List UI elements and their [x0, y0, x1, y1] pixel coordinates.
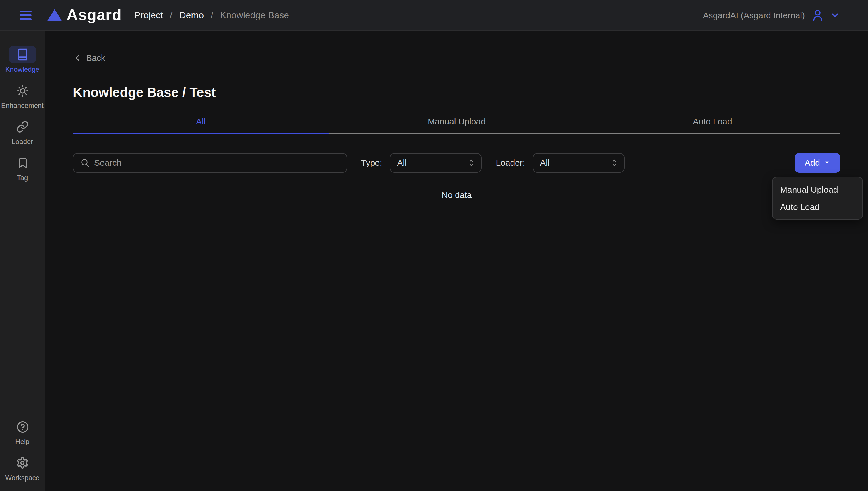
select-arrows-icon	[610, 158, 618, 167]
chevron-left-icon	[73, 53, 82, 62]
menu-item-manual-upload[interactable]: Manual Upload	[773, 181, 862, 198]
tab-bar: All Manual Upload Auto Load	[73, 116, 840, 134]
tab-manual-upload[interactable]: Manual Upload	[329, 116, 585, 134]
header-user-area[interactable]: AsgardAI (Asgard Internal)	[703, 9, 839, 22]
loader-filter-label: Loader:	[496, 158, 525, 168]
sidebar-nav: Knowledge Enhancement	[0, 31, 45, 491]
breadcrumb-project[interactable]: Project	[134, 10, 163, 20]
sidebar-item-workspace[interactable]: Workspace	[0, 454, 45, 482]
menu-item-auto-load[interactable]: Auto Load	[773, 198, 862, 215]
help-circle-icon	[16, 420, 29, 433]
back-button[interactable]: Back	[73, 53, 105, 62]
page-title: Knowledge Base / Test	[73, 85, 840, 100]
empty-state-text: No data	[73, 190, 840, 199]
breadcrumb-separator: /	[211, 10, 213, 20]
select-arrows-icon	[467, 158, 475, 167]
logo-triangle-icon	[47, 9, 62, 21]
asgard-logo[interactable]: Asgard	[47, 6, 122, 24]
type-select[interactable]: All	[389, 153, 481, 172]
sidebar-item-enhancement[interactable]: Enhancement	[0, 82, 45, 110]
user-avatar-icon[interactable]	[811, 9, 824, 22]
add-button-label: Add	[805, 158, 820, 168]
breadcrumb-knowledge-base: Knowledge Base	[220, 10, 289, 20]
main-content: Back Knowledge Base / Test All Manual Up…	[45, 31, 868, 491]
add-button[interactable]: Add	[794, 153, 840, 172]
type-select-value: All	[397, 158, 467, 168]
breadcrumb-separator: /	[170, 10, 172, 20]
logo-text: Asgard	[66, 6, 122, 24]
sidebar-item-label: Enhancement	[1, 102, 44, 110]
sidebar-item-loader[interactable]: Loader	[0, 118, 45, 146]
sidebar-item-help[interactable]: Help	[0, 418, 45, 446]
tab-all[interactable]: All	[73, 116, 329, 134]
type-filter-label: Type:	[361, 158, 382, 168]
sidebar-item-tag[interactable]: Tag	[0, 154, 45, 182]
sidebar-item-label: Help	[15, 438, 29, 446]
link-icon	[16, 120, 29, 133]
breadcrumb-demo[interactable]: Demo	[180, 10, 204, 20]
tab-auto-load[interactable]: Auto Load	[585, 116, 840, 134]
screen: Asgard Project / Demo / Knowledge Base A…	[0, 0, 868, 491]
sidebar-item-label: Tag	[17, 174, 28, 182]
caret-down-icon	[824, 160, 831, 166]
loader-select-value: All	[540, 158, 610, 168]
top-header: Asgard Project / Demo / Knowledge Base A…	[0, 0, 868, 31]
loader-select[interactable]: All	[533, 153, 624, 172]
book-icon	[16, 48, 29, 61]
chevron-down-icon[interactable]	[831, 11, 839, 20]
menu-icon[interactable]	[20, 10, 32, 20]
sun-icon	[16, 84, 29, 97]
bookmark-icon	[16, 157, 28, 169]
sidebar-item-label: Knowledge	[5, 65, 39, 74]
add-dropdown-menu: Manual Upload Auto Load	[772, 177, 863, 220]
gear-icon	[16, 457, 29, 469]
sidebar-item-label: Loader	[12, 138, 33, 146]
user-account-label: AsgardAI (Asgard Internal)	[703, 10, 805, 20]
asgard-app: Asgard Project / Demo / Knowledge Base A…	[0, 0, 868, 491]
breadcrumb: Project / Demo / Knowledge Base	[134, 10, 289, 20]
search-input[interactable]	[94, 158, 340, 168]
sidebar-item-label: Workspace	[5, 474, 39, 482]
filter-toolbar: Type: All Loader: All	[73, 153, 840, 172]
search-box[interactable]	[73, 153, 347, 172]
back-label: Back	[86, 53, 105, 62]
sidebar-item-knowledge[interactable]: Knowledge	[0, 46, 45, 74]
search-icon	[80, 158, 89, 167]
